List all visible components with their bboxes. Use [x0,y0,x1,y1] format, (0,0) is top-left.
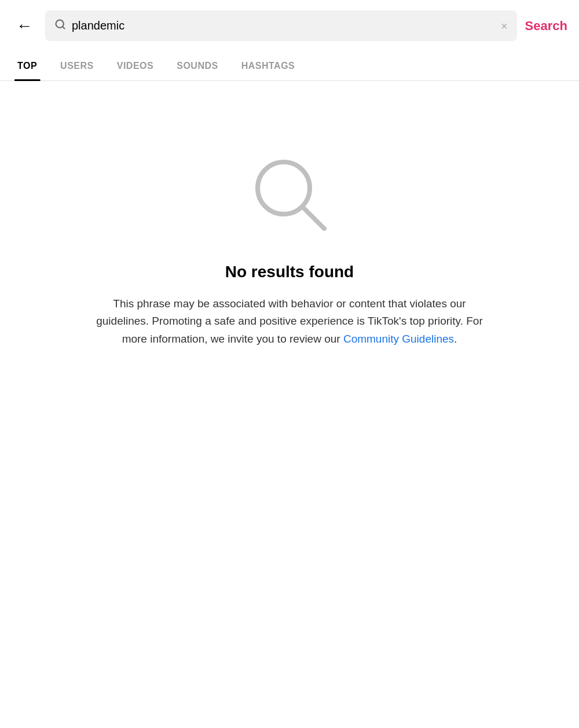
header: ← × Search [0,0,579,52]
tab-users[interactable]: USERS [49,52,105,80]
search-input[interactable] [72,19,495,32]
clear-icon[interactable]: × [501,20,508,32]
tab-sounds[interactable]: SOUNDS [165,52,229,80]
tabs-nav: TOP USERS VIDEOS SOUNDS HASHTAGS [0,52,579,81]
svg-line-3 [304,208,324,229]
search-bar: × [45,10,517,41]
search-icon [54,19,66,33]
community-guidelines-link[interactable]: Community Guidelines [343,333,454,345]
no-results-title: No results found [225,263,354,281]
search-button[interactable]: Search [525,16,567,36]
empty-state: No results found This phrase may be asso… [0,81,579,383]
no-results-text-part2: . [454,333,457,345]
svg-line-1 [63,27,65,29]
tab-hashtags[interactable]: HASHTAGS [230,52,307,80]
svg-point-2 [258,162,310,214]
back-arrow-icon: ← [16,18,32,34]
tab-videos[interactable]: VIDEOS [105,52,165,80]
tab-top[interactable]: TOP [6,52,49,80]
no-results-description: This phrase may be associated with behav… [87,295,492,348]
back-button[interactable]: ← [12,13,37,39]
no-results-icon [246,150,333,240]
